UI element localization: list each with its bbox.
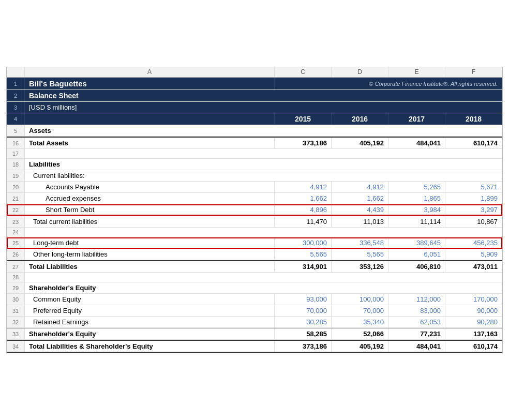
company-name: Bill's Baguettes (25, 78, 275, 89)
assets-label: Assets (25, 125, 502, 136)
row-19: 19 Current liabilities: (7, 170, 502, 182)
rownum-21: 21 (7, 193, 25, 204)
accrued-expenses-2018: 1,899 (445, 193, 502, 204)
row-17: 17 (7, 149, 502, 159)
cell-17 (25, 149, 502, 158)
col-header-rownum (7, 67, 25, 77)
accounts-payable-2017: 5,265 (388, 182, 445, 192)
year-2016: 2016 (332, 113, 388, 125)
retained-earnings-2017: 62,053 (388, 317, 445, 327)
rownum-33: 33 (7, 328, 25, 339)
accrued-expenses-2016: 1,662 (332, 193, 388, 204)
rownum-28: 28 (7, 273, 25, 282)
retained-earnings-2016: 35,340 (332, 317, 388, 327)
rownum-27: 27 (7, 261, 25, 272)
other-longterm-2018: 5,909 (445, 249, 502, 260)
long-term-debt-2015: 300,000 (275, 237, 332, 248)
rownum-23: 23 (7, 216, 25, 227)
year-2015: 2015 (275, 113, 332, 125)
rownum-30: 30 (7, 294, 25, 305)
total-assets-label: Total Assets (25, 138, 275, 148)
rownum-26: 26 (7, 249, 25, 260)
common-equity-2018: 170,000 (445, 294, 502, 305)
row-1: 1 Bill's Baguettes © Corporate Finance I… (7, 78, 502, 90)
rownum-17: 17 (7, 149, 25, 158)
common-equity-2015: 93,000 (275, 294, 332, 305)
total-assets-2016: 405,192 (332, 138, 388, 148)
shareholders-equity-total-label: Shareholder's Equity (25, 328, 275, 339)
row-24: 24 (7, 228, 502, 237)
total-liabilities-2018: 473,011 (445, 261, 502, 272)
preferred-equity-2018: 90,000 (445, 305, 502, 316)
short-term-debt-2016: 4,439 (332, 204, 388, 215)
short-term-debt-2017: 3,984 (388, 204, 445, 215)
spreadsheet: A C D E F 1 Bill's Baguettes © Corporate… (6, 67, 503, 353)
row-28: 28 (7, 273, 502, 282)
rownum-34: 34 (7, 341, 25, 352)
accrued-expenses-2015: 1,662 (275, 193, 332, 204)
accounts-payable-2016: 4,912 (332, 182, 388, 192)
total-liabilities-shareholders-equity-label: Total Liabilities & Shareholder's Equity (25, 341, 275, 352)
accounts-payable-2018: 5,671 (445, 182, 502, 192)
long-term-debt-2017: 389,645 (388, 237, 445, 248)
copyright: © Corporate Finance Institute®. All righ… (275, 78, 502, 89)
rownum-18: 18 (7, 159, 25, 170)
long-term-debt-2016: 336,548 (332, 237, 388, 248)
preferred-equity-2017: 83,000 (388, 305, 445, 316)
shareholders-equity-2017: 77,231 (388, 328, 445, 339)
shareholders-equity-2016: 52,066 (332, 328, 388, 339)
rownum-22: 22 (7, 204, 25, 215)
col-header-f: F (445, 67, 502, 77)
total-current-liabilities-2016: 11,013 (332, 216, 388, 227)
other-longterm-liabilities-label: Other long-term liabilities (25, 249, 275, 260)
rownum-3: 3 (7, 102, 25, 113)
cell-4-a (25, 113, 275, 125)
cell-28 (25, 273, 502, 282)
row-3: 3 [USD $ millions] (7, 102, 502, 113)
short-term-debt-2018: 3,297 (445, 204, 502, 215)
col-header-d: D (332, 67, 388, 77)
rownum-1: 1 (7, 78, 25, 89)
shareholders-equity-2015: 58,285 (275, 328, 332, 339)
accounts-payable-label: Accounts Payable (25, 182, 275, 192)
liabilities-label: Liabilities (25, 159, 502, 170)
short-term-debt-2015: 4,896 (275, 204, 332, 215)
row-27: 27 Total Liabilities 314,901 353,126 406… (7, 260, 502, 273)
accrued-expenses-label: Accrued expenses (25, 193, 275, 204)
year-2017: 2017 (388, 113, 445, 125)
row-30: 30 Common Equity 93,000 100,000 112,000 … (7, 294, 502, 305)
row-25: 25 Long-term debt 300,000 336,548 389,64… (7, 237, 502, 249)
rownum-2: 2 (7, 90, 25, 101)
total-liabilities-2016: 353,126 (332, 261, 388, 272)
common-equity-2016: 100,000 (332, 294, 388, 305)
other-longterm-2016: 5,565 (332, 249, 388, 260)
total-current-liabilities-2017: 11,114 (388, 216, 445, 227)
row-22: 22 Short Term Debt 4,896 4,439 3,984 3,2… (7, 204, 502, 216)
rownum-25: 25 (7, 237, 25, 248)
row-33: 33 Shareholder's Equity 58,285 52,066 77… (7, 328, 502, 340)
rownum-19: 19 (7, 170, 25, 181)
col-header-c: C (275, 67, 332, 77)
total-lia-se-2017: 484,041 (388, 341, 445, 352)
currency-note: [USD $ millions] (25, 102, 502, 113)
rownum-5: 5 (7, 125, 25, 136)
row-21: 21 Accrued expenses 1,662 1,662 1,865 1,… (7, 193, 502, 204)
total-liabilities-2017: 406,810 (388, 261, 445, 272)
long-term-debt-label: Long-term debt (25, 237, 275, 248)
other-longterm-2017: 6,051 (388, 249, 445, 260)
rownum-4: 4 (7, 113, 25, 125)
total-liabilities-2015: 314,901 (275, 261, 332, 272)
shareholders-equity-2018: 137,163 (445, 328, 502, 339)
cell-24 (25, 228, 502, 237)
other-longterm-2015: 5,565 (275, 249, 332, 260)
year-2018: 2018 (445, 113, 502, 125)
col-header-a: A (25, 67, 275, 77)
retained-earnings-2018: 90,280 (445, 317, 502, 327)
retained-earnings-2015: 30,285 (275, 317, 332, 327)
rownum-29: 29 (7, 282, 25, 293)
total-lia-se-2015: 373,186 (275, 341, 332, 352)
retained-earnings-label: Retained Earnings (25, 317, 275, 327)
common-equity-label: Common Equity (25, 294, 275, 305)
row-2: 2 Balance Sheet (7, 90, 502, 102)
preferred-equity-2016: 70,000 (332, 305, 388, 316)
